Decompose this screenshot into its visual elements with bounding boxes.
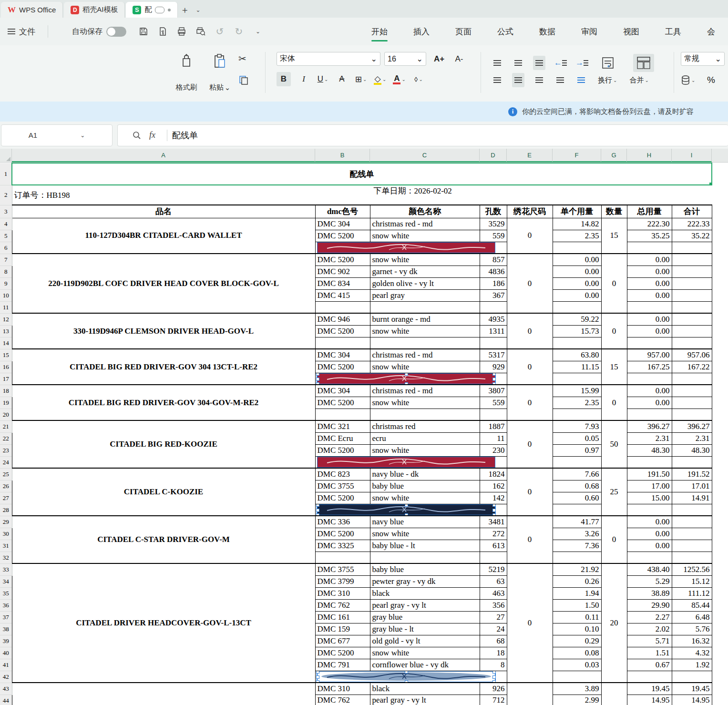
cell-unit-usage[interactable]: 0.29 <box>553 635 601 647</box>
cell-total-usage[interactable]: 2.27 <box>627 611 672 623</box>
cell-color[interactable]: navy blue <box>370 516 480 528</box>
product-name-cell[interactable]: 110-127D304BR CITADEL-CARD WALLET <box>12 218 315 254</box>
cell-sum[interactable] <box>672 289 712 301</box>
cell-holes[interactable] <box>480 301 507 313</box>
row-header-2[interactable]: 2 <box>0 185 12 205</box>
merge-icon-button[interactable] <box>633 54 654 72</box>
distributed-button[interactable] <box>575 73 587 87</box>
image-row-cell[interactable] <box>315 373 507 385</box>
selection-handle[interactable] <box>316 373 319 376</box>
cell-sum[interactable] <box>672 516 712 528</box>
file-menu-button[interactable]: 文件 <box>0 26 43 37</box>
cell-sum[interactable]: 17.01 <box>672 480 712 492</box>
cell-dmc[interactable]: DMC 310 <box>315 587 370 599</box>
cut-icon[interactable]: ✂ <box>238 53 249 64</box>
cell-unit-usage[interactable]: 1.94 <box>553 587 601 599</box>
ribbon-tab-开始[interactable]: 开始 <box>359 18 400 45</box>
cell-sum[interactable]: 35.22 <box>672 230 712 242</box>
cell-holes[interactable]: 857 <box>480 254 507 266</box>
cell-total-usage[interactable] <box>627 337 672 349</box>
cell-unit-usage[interactable]: 0.26 <box>553 575 601 587</box>
row-header-17[interactable]: 17 <box>0 373 12 385</box>
cell-sum[interactable] <box>672 266 712 277</box>
cell-unit-usage[interactable]: 15.99 <box>553 385 601 397</box>
cell-total-usage[interactable]: 957.00 <box>627 349 672 361</box>
cell-sum[interactable] <box>672 528 712 540</box>
cell-holes[interactable]: 24 <box>480 623 507 635</box>
cell-sum[interactable]: 85.44 <box>672 599 712 611</box>
cell-unit-usage[interactable] <box>553 456 601 468</box>
cell-color[interactable]: pearl gray - vy lt <box>370 599 480 611</box>
product-name-cell[interactable] <box>12 683 315 705</box>
cell-unit-usage[interactable]: 0.97 <box>553 444 601 456</box>
cell-dmc[interactable]: DMC 321 <box>315 420 370 432</box>
cell-dmc[interactable] <box>315 552 370 563</box>
cell-total-usage[interactable]: 0.00 <box>627 397 672 409</box>
cell-unit-usage[interactable]: 0.68 <box>553 480 601 492</box>
cell-dmc[interactable]: DMC 3755 <box>315 480 370 492</box>
row-header-33[interactable]: 33 <box>0 563 12 575</box>
cell-unit-usage[interactable]: 0.10 <box>553 623 601 635</box>
cell-holes[interactable]: 463 <box>480 587 507 599</box>
table-header-合计[interactable]: 合计 <box>672 205 712 218</box>
cell-dmc[interactable]: DMC 3325 <box>315 540 370 552</box>
cell-total-usage[interactable]: 0.00 <box>627 254 672 266</box>
cell-color[interactable]: snow white <box>370 444 480 456</box>
row-header-6[interactable]: 6 <box>0 242 12 254</box>
new-tab-button[interactable]: ＋ <box>178 3 191 17</box>
cell-color[interactable]: snow white <box>370 528 480 540</box>
decrease-indent-button[interactable]: ← <box>554 56 567 70</box>
cell-unit-usage[interactable]: 14.82 <box>553 218 601 230</box>
cell-total-usage[interactable]: 2.02 <box>627 623 672 635</box>
cell-quantity[interactable]: 0 <box>601 313 627 349</box>
font-color-button[interactable]: A⌄ <box>393 72 405 86</box>
column-header-F[interactable]: F <box>553 149 601 162</box>
cell-unit-usage[interactable] <box>553 409 601 420</box>
order-info-cell[interactable]: 订单号：HB198下单日期：2026-02-02 <box>12 185 712 205</box>
row-header-31[interactable]: 31 <box>0 540 12 552</box>
column-header-G[interactable]: G <box>601 149 627 162</box>
cell-holes[interactable]: 712 <box>480 695 507 705</box>
wrap-text-button[interactable]: 换行⌄ <box>598 73 617 87</box>
name-box[interactable]: A1 ⌄ <box>1 124 113 146</box>
cell-holes[interactable]: 230 <box>480 444 507 456</box>
tab-wps-office[interactable]: W WPS Office <box>1 2 63 18</box>
cell-quantity[interactable]: 0 <box>601 254 627 313</box>
cell-color[interactable]: snow white <box>370 397 480 409</box>
cell-holes[interactable]: 356 <box>480 599 507 611</box>
row-header-38[interactable]: 38 <box>0 623 12 635</box>
cell-color[interactable]: cornflower blue - vy dk <box>370 659 480 671</box>
cell-total-usage[interactable]: 5.29 <box>627 575 672 587</box>
cell-sum[interactable]: 191.52 <box>672 468 712 480</box>
cell-embroidery-size[interactable] <box>507 683 553 705</box>
cell-dmc[interactable]: DMC 791 <box>315 659 370 671</box>
qat-more-chevron[interactable]: ⌄ <box>252 26 264 37</box>
cell-quantity[interactable]: 25 <box>601 468 627 516</box>
align-right-button[interactable] <box>533 73 545 87</box>
cell-color[interactable]: snow white <box>370 230 480 242</box>
product-name-cell[interactable]: 330-119D946P CLEMSON DRIVER HEAD-GOV-L <box>12 313 315 349</box>
cell-total-usage[interactable]: 15.00 <box>627 492 672 504</box>
row-header-44[interactable]: 44 <box>0 695 12 705</box>
cell-quantity[interactable]: 50 <box>601 420 627 468</box>
cell-holes[interactable]: 4935 <box>480 313 507 325</box>
cell-holes[interactable]: 142 <box>480 492 507 504</box>
tab-current-workbook[interactable]: S 配 <box>126 2 178 18</box>
cell-holes[interactable]: 559 <box>480 230 507 242</box>
column-header-I[interactable]: I <box>672 149 712 162</box>
cell-dmc[interactable]: DMC 823 <box>315 468 370 480</box>
table-header-数量[interactable]: 数量 <box>601 205 627 218</box>
row-header-30[interactable]: 30 <box>0 528 12 540</box>
underline-button[interactable]: U⌄ <box>317 72 329 86</box>
cell-sum[interactable]: 19.45 <box>672 683 712 695</box>
cell-sum[interactable] <box>672 409 712 420</box>
tab-list-chevron[interactable]: ⌄ <box>191 3 205 17</box>
row-header-16[interactable]: 16 <box>0 361 12 373</box>
cell-holes[interactable]: 613 <box>480 540 507 552</box>
cell-color[interactable] <box>370 552 480 563</box>
redo-icon[interactable]: ↻ <box>233 26 245 37</box>
cell-quantity[interactable]: 20 <box>601 563 627 683</box>
selection-handle[interactable] <box>492 509 496 512</box>
cell-embroidery-size[interactable]: 0 <box>507 420 553 468</box>
cell-total-usage[interactable]: 0.00 <box>627 325 672 337</box>
